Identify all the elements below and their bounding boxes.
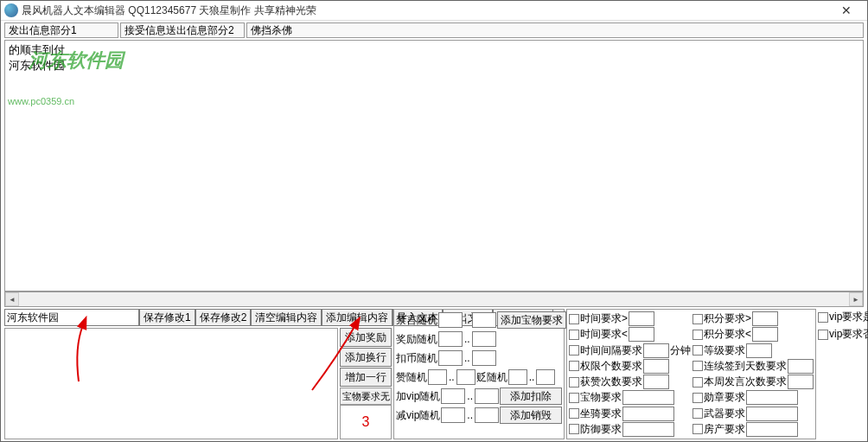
vip-panel: vip要求是 vip要求否 [818,309,868,439]
baowu-req-label: 宝物要求无 [340,388,392,405]
inc-row-button[interactable]: 增加一行 [340,368,392,387]
fangyu-input[interactable] [622,422,674,437]
huozhan-chk[interactable] [569,377,579,388]
app-icon [4,3,18,17]
koubi-max[interactable] [472,350,496,366]
jianvip-max[interactable] [475,407,499,423]
baowu-input[interactable] [622,390,674,405]
time-gap-chk[interactable] [569,345,579,356]
save-mod2-button[interactable]: 保存修改2 [195,309,252,326]
time-lt-chk[interactable] [569,330,579,340]
time-gt-chk[interactable] [569,314,579,324]
zan-min[interactable] [428,369,447,385]
fangchan-input[interactable] [746,422,798,437]
titlebar: 晨风机器人文本编辑器 QQ112345677 天狼星制作 共享精神光荣 ✕ [1,1,867,21]
quanxian-input[interactable] [643,359,669,374]
jinyan-max[interactable] [472,312,496,328]
huozhan-input[interactable] [643,375,669,389]
koubi-min[interactable] [438,350,463,366]
bei-label: 贬随机 [476,370,507,385]
window-title: 晨风机器人文本编辑器 QQ112345677 天狼星制作 共享精神光荣 [22,3,316,18]
scroll-right-icon[interactable]: ► [849,292,863,306]
random-panel: 禁言随机 .. 添加宝物要求 奖励随机 .. 扣币随机 .. 赞随机 .. 贬随… [393,309,565,439]
zuoqi-input[interactable] [622,407,674,421]
edit-input[interactable] [4,309,139,326]
header-recv-part2[interactable]: 接受信息送出信息部分2 [120,22,245,38]
h-scrollbar[interactable]: ◄ ► [4,291,864,307]
jinyan-label: 禁言随机 [396,313,437,328]
fangyu-chk[interactable] [569,424,579,434]
list-area[interactable] [4,328,338,439]
jiavip-max[interactable] [475,388,499,404]
header-send-part1[interactable]: 发出信息部分1 [4,22,118,38]
jiangli-min[interactable] [438,331,463,347]
jifen-lt-chk[interactable] [692,330,703,340]
wuqi-chk[interactable] [692,408,703,419]
jifen-lt-input[interactable] [752,327,778,342]
benzhou-input[interactable] [788,375,814,389]
scroll-left-icon[interactable]: ◄ [5,292,19,306]
time-gap-input[interactable] [643,343,669,358]
jifen-gt-input[interactable] [752,311,778,326]
add-reward-button[interactable]: 添加奖励 [340,328,392,347]
vip-no-chk[interactable] [818,330,828,340]
zuoqi-chk[interactable] [569,408,579,419]
vip-yes-chk[interactable] [818,312,828,323]
close-button[interactable]: ✕ [829,2,864,19]
clear-edit-button[interactable]: 清空编辑内容 [251,309,322,326]
jiangli-max[interactable] [472,331,496,347]
requirements-panel: 时间要求> 时间要求< 时间间隔要求分钟 权限个数要求 获赞次数要求 宝物要求 … [566,309,816,439]
add-xiaohui-button[interactable]: 添加销毁 [500,407,562,424]
bei-min[interactable] [508,369,527,385]
time-lt-input[interactable] [629,327,654,342]
add-edit-button[interactable]: 添加编辑内容 [322,309,393,326]
add-kouchu-button[interactable]: 添加扣除 [500,388,562,405]
zan-label: 赞随机 [396,370,427,385]
count-display: 3 [340,405,392,439]
bei-max[interactable] [536,369,555,385]
time-gt-input[interactable] [629,311,654,326]
jianvip-min[interactable] [441,407,465,423]
koubi-label: 扣币随机 [396,351,437,366]
quanxian-chk[interactable] [569,361,579,371]
jiavip-min[interactable] [441,388,465,404]
jiangli-label: 奖励随机 [396,332,437,347]
lianxu-input[interactable] [788,359,814,374]
dengji-chk[interactable] [692,345,703,356]
lianxu-chk[interactable] [692,361,703,371]
benzhou-chk[interactable] [692,377,703,388]
add-baowu-req-button[interactable]: 添加宝物要求 [497,311,566,329]
xunzhang-chk[interactable] [692,393,703,403]
jinyan-min[interactable] [438,312,463,328]
header-extra[interactable]: 佛挡杀佛 [246,22,864,38]
baowu-chk[interactable] [569,393,579,403]
wuqi-input[interactable] [746,407,798,421]
jiavip-label: 加vip随机 [396,389,440,404]
add-newline-button[interactable]: 添加换行 [340,348,392,367]
main-textarea[interactable]: 的顺丰到付 河东软件园 [4,40,864,291]
jianvip-label: 减vip随机 [396,408,440,423]
zan-max[interactable] [456,369,475,385]
jifen-gt-chk[interactable] [692,314,703,324]
fangchan-chk[interactable] [692,424,703,434]
save-mod1-button[interactable]: 保存修改1 [139,309,195,326]
xunzhang-input[interactable] [746,390,798,405]
dengji-input[interactable] [746,343,772,358]
